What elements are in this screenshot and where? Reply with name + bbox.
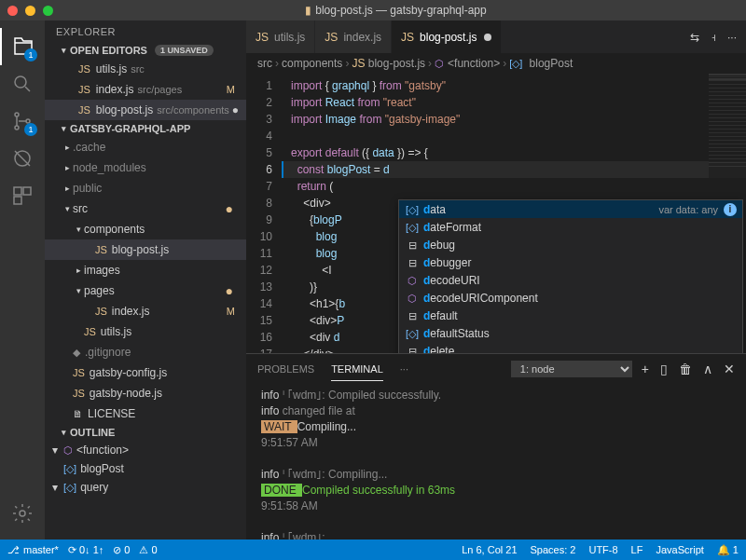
breadcrumb-item[interactable]: components [282,57,342,70]
status-bar: ⎇ master* ⟳ 0↓ 1↑ ⊘ 0 ⚠ 0 Ln 6, Col 21 S… [0,540,746,560]
open-editors-section[interactable]: OPEN EDITORS 1 UNSAVED [45,43,246,58]
more-icon[interactable]: ··· [727,31,737,44]
extensions-icon[interactable] [0,177,45,214]
compare-icon[interactable]: ⇆ [690,31,699,44]
terminal-output[interactable]: info ᴵ ｢wdm｣: Compiled successfully.info… [246,384,746,540]
svg-rect-7 [14,197,21,204]
panel-more-tab[interactable]: ··· [400,358,408,380]
panel-tabs: PROBLEMS TERMINAL ··· 1: node + ▯ 🗑 ∧ ✕ [246,354,746,384]
split-terminal-icon[interactable]: ▯ [660,362,668,376]
breadcrumb-item[interactable]: ⬡<function> [435,57,500,70]
svg-point-1 [15,113,19,116]
git-sync[interactable]: ⟳ 0↓ 1↑ [68,544,104,556]
language-mode[interactable]: JavaScript [656,544,703,556]
explorer-badge: 1 [24,48,37,61]
open-editor-item[interactable]: JSblog-post.jssrc/components● [45,100,246,120]
warnings-count[interactable]: ⚠ 0 [139,544,157,556]
folder-item[interactable]: ▾src● [45,198,246,219]
info-icon[interactable]: i [724,203,737,216]
sidebar-title: EXPLORER [45,20,246,43]
folder-item[interactable]: ▸public [45,178,246,198]
breadcrumb[interactable]: src›components›JS blog-post.js›⬡<functio… [246,53,746,74]
svg-point-0 [15,76,26,88]
settings-icon[interactable] [0,495,45,532]
unsaved-badge: 1 UNSAVED [155,45,214,56]
open-editor-item[interactable]: JSutils.jssrc [45,59,246,79]
file-item[interactable]: JSblog-post.js [45,239,246,260]
tab-actions: ⇆ ⫞ ··· [681,20,746,53]
outline-item[interactable]: ▾[◇]query [45,478,246,497]
intellisense-popup[interactable]: [◇]datavar data: anyi[◇]dateFormat⊟debug… [398,199,743,353]
suggestion-item[interactable]: ⊟debug [399,236,742,253]
editor-tabs: JSutils.jsJSindex.jsJSblog-post.js ⇆ ⫞ ·… [246,20,746,53]
cursor-pos[interactable]: Ln 6, Col 21 [462,544,517,556]
explorer-icon[interactable]: 1 [0,28,45,65]
folder-item[interactable]: ▾pages● [45,280,246,301]
file-item[interactable]: ◆.gitignore [45,342,246,362]
file-item[interactable]: JSindex.jsM [45,301,246,321]
editor-area: JSutils.jsJSindex.jsJSblog-post.js ⇆ ⫞ ·… [246,20,746,540]
panel-actions: + ▯ 🗑 ∧ ✕ [642,362,735,376]
window-title: ▮blog-post.js — gatsby-graphql-app [53,4,739,17]
panel: PROBLEMS TERMINAL ··· 1: node + ▯ 🗑 ∧ ✕ … [246,353,746,540]
svg-point-2 [15,126,19,130]
kill-terminal-icon[interactable]: 🗑 [679,362,692,376]
folder-item[interactable]: ▸node_modules [45,157,246,178]
problems-tab[interactable]: PROBLEMS [257,358,314,380]
outline-item[interactable]: [◇]blogPost [45,459,246,478]
window-controls [7,6,53,16]
outline-item[interactable]: ▾⬡<function> [45,441,246,459]
terminal-select[interactable]: 1: node [511,361,632,377]
file-item[interactable]: JSgatsby-node.js [45,383,246,403]
activity-bar: 1 1 [0,20,45,540]
suggestion-item[interactable]: ⊟default [399,307,742,324]
breadcrumb-item[interactable]: [◇] blogPost [509,57,573,70]
indentation[interactable]: Spaces: 2 [531,544,576,556]
notifications-icon[interactable]: 🔔 1 [717,544,739,556]
file-item[interactable]: JSgatsby-config.js [45,362,246,383]
eol[interactable]: LF [631,544,643,556]
search-icon[interactable] [0,65,45,102]
file-item[interactable]: JSutils.js [45,321,246,342]
suggestion-item[interactable]: ⬡decodeURIComponent [399,289,742,307]
errors-count[interactable]: ⊘ 0 [113,544,130,556]
breadcrumb-item[interactable]: JS blog-post.js [352,57,425,70]
suggestion-item[interactable]: ⊟debugger [399,253,742,271]
editor-tab[interactable]: JSindex.js [315,20,392,53]
maximize-window-icon[interactable] [43,6,53,16]
code-editor[interactable]: 1234567891011121314151617181920 import {… [246,74,746,353]
git-branch[interactable]: ⎇ master* [7,544,59,556]
editor-tab[interactable]: JSutils.js [246,20,315,53]
sidebar: EXPLORER OPEN EDITORS 1 UNSAVED JSutils.… [45,20,246,540]
close-window-icon[interactable] [7,6,18,16]
outline-section[interactable]: OUTLINE [45,425,246,440]
suggestion-item[interactable]: ⊟delete [399,342,742,353]
project-section[interactable]: GATSBY-GRAPHQL-APP [45,121,246,136]
debug-icon[interactable] [0,140,45,177]
encoding[interactable]: UTF-8 [588,544,617,556]
folder-item[interactable]: ▸images [45,260,246,280]
new-terminal-icon[interactable]: + [642,362,649,376]
svg-rect-6 [23,187,31,195]
line-gutter: 1234567891011121314151617181920 [246,74,283,353]
open-editor-item[interactable]: JSindex.jssrc/pagesM [45,79,246,100]
file-item[interactable]: 🗎LICENSE [45,403,246,424]
close-panel-icon[interactable]: ✕ [724,362,735,376]
code-content[interactable]: import { graphql } from "gatsby"import R… [283,74,746,353]
folder-item[interactable]: ▾components [45,219,246,239]
editor-tab[interactable]: JSblog-post.js [392,20,502,53]
minimize-window-icon[interactable] [25,6,35,16]
svg-rect-5 [14,187,21,195]
title-bar: ▮blog-post.js — gatsby-graphql-app [0,0,746,20]
split-editor-icon[interactable]: ⫞ [711,31,716,44]
scm-badge: 1 [24,123,37,136]
suggestion-item[interactable]: ⬡decodeURI [399,271,742,289]
breadcrumb-item[interactable]: src [257,57,272,70]
terminal-tab[interactable]: TERMINAL [331,358,383,381]
suggestion-item[interactable]: [◇]dateFormat [399,218,742,236]
suggestion-item[interactable]: [◇]defaultStatus [399,324,742,342]
folder-item[interactable]: ▸.cache [45,137,246,157]
maximize-panel-icon[interactable]: ∧ [703,362,712,376]
source-control-icon[interactable]: 1 [0,102,45,140]
suggestion-item[interactable]: [◇]datavar data: anyi [399,200,742,218]
